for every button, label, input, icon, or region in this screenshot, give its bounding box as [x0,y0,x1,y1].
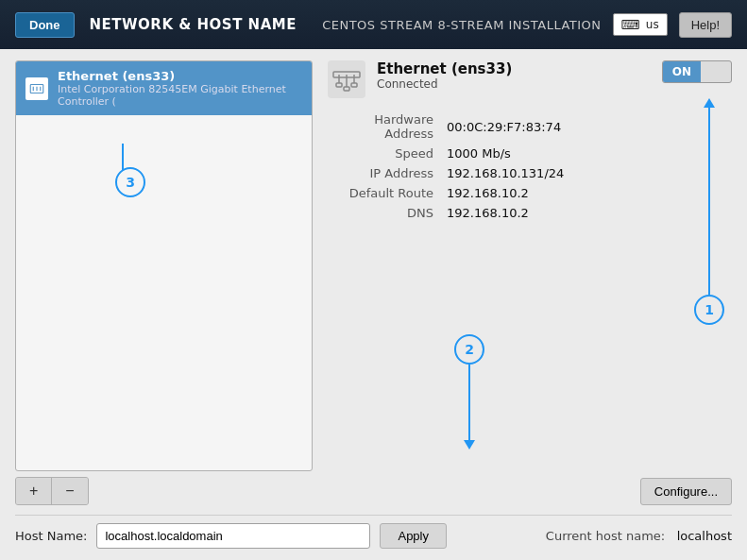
device-status: Connected [377,77,512,91]
field-value: 00:0C:29:F7:83:74 [441,110,732,144]
field-value: 1000 Mb/s [441,144,732,163]
header-left: Done NETWORK & HOST NAME [15,12,297,38]
field-value: 192.168.10.131/24 [441,163,732,183]
network-item-desc: Intel Corporation 82545EM Gigabit Ethern… [58,83,302,108]
callout-2-arrowhead [464,440,475,450]
help-button[interactable]: Help! [679,12,732,38]
field-value: 192.168.10.2 [441,183,732,203]
callout-1-arrow-up [704,98,715,108]
callout-3-line [122,144,124,170]
field-label: DNS [328,203,441,223]
svg-rect-9 [344,87,349,91]
done-button[interactable]: Done [15,12,75,38]
callout-2-line [468,365,470,440]
apply-button[interactable]: Apply [380,523,447,549]
network-list-item[interactable]: Ethernet (ens33) Intel Corporation 82545… [16,61,312,115]
header: Done NETWORK & HOST NAME CENTOS STREAM 8… [0,0,747,49]
list-actions: + − [15,477,89,505]
host-name-input[interactable] [96,523,370,549]
bottom-bar: Host Name: Apply Current host name: loca… [15,515,732,549]
locale-value: us [646,18,659,31]
table-row: DNS 192.168.10.2 [328,203,732,223]
device-ethernet-icon [328,60,365,98]
field-label: Default Route [328,183,441,203]
right-panel: Ethernet (ens33) Connected ON 1 [328,60,732,505]
device-info-left: Ethernet (ens33) Connected [328,60,512,98]
field-value: 192.168.10.2 [441,203,732,223]
field-label: Speed [328,144,441,163]
ethernet-icon [25,77,48,100]
device-header: Ethernet (ens33) Connected ON [328,60,732,98]
callout-3-area: 3 [16,115,312,471]
add-network-button[interactable]: + [16,478,52,504]
table-row: Hardware Address 00:0C:29:F7:83:74 [328,110,732,144]
device-title-area: Ethernet (ens33) Connected [377,60,512,91]
toggle-off-label [701,68,731,76]
callout-2-circle: 2 [454,334,484,365]
configure-button[interactable]: Configure... [640,478,732,505]
table-row: Speed 1000 Mb/s [328,144,732,163]
current-host-value: localhost [677,529,732,543]
current-host-area: Current host name: localhost [546,529,732,543]
remove-network-button[interactable]: − [52,478,87,504]
page-title: NETWORK & HOST NAME [90,16,297,33]
current-host-label: Current host name: [546,529,665,543]
svg-rect-10 [351,83,357,87]
field-label: Hardware Address [328,110,441,144]
device-toggle[interactable]: ON [662,60,732,83]
configure-area: Configure... [328,478,732,505]
left-panel: Ethernet (ens33) Intel Corporation 82545… [15,60,313,505]
callout-2-container: 2 [454,334,484,450]
network-list: Ethernet (ens33) Intel Corporation 82545… [15,60,313,471]
svg-rect-8 [336,83,342,87]
network-item-info: Ethernet (ens33) Intel Corporation 82545… [58,69,302,108]
app-title: CENTOS STREAM 8-STREAM INSTALLATION [322,18,601,32]
callout-1-circle: 1 [694,295,724,325]
device-detail-table: Hardware Address 00:0C:29:F7:83:74 Speed… [328,110,732,223]
host-name-label: Host Name: [15,529,87,543]
keyboard-icon: ⌨ [621,17,640,32]
field-label: IP Address [328,163,441,183]
toggle-on-label: ON [663,61,701,82]
content-area: Ethernet (ens33) Intel Corporation 82545… [15,60,732,505]
network-item-name: Ethernet (ens33) [58,69,302,83]
main-content: Ethernet (ens33) Intel Corporation 82545… [0,49,747,560]
device-name: Ethernet (ens33) [377,60,512,77]
locale-selector[interactable]: ⌨ us [613,13,668,36]
header-right: CENTOS STREAM 8-STREAM INSTALLATION ⌨ us… [322,12,732,38]
table-row: IP Address 192.168.10.131/24 [328,163,732,183]
table-row: Default Route 192.168.10.2 [328,183,732,203]
callout-3-circle: 3 [115,167,145,197]
